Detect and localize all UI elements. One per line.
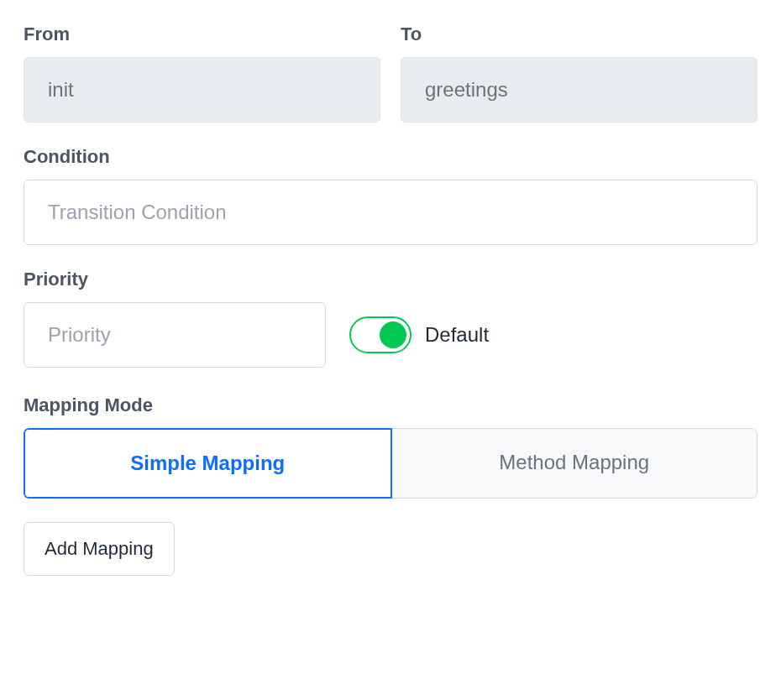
from-label: From bbox=[24, 24, 380, 45]
priority-input[interactable] bbox=[24, 302, 326, 368]
default-toggle-wrap: Default bbox=[349, 316, 489, 353]
from-input: init bbox=[24, 57, 380, 123]
priority-row: Default bbox=[24, 302, 757, 368]
default-toggle[interactable] bbox=[349, 316, 411, 353]
from-field: From init bbox=[24, 24, 380, 123]
condition-field: Condition bbox=[24, 146, 757, 245]
default-toggle-label: Default bbox=[425, 323, 489, 347]
tab-simple-mapping[interactable]: Simple Mapping bbox=[24, 428, 392, 499]
toggle-knob-icon bbox=[380, 321, 406, 348]
mapping-mode-tabs: Simple Mapping Method Mapping bbox=[24, 428, 757, 499]
from-to-row: From init To greetings bbox=[24, 24, 757, 123]
priority-section: Priority Default bbox=[24, 269, 757, 368]
mapping-mode-section: Mapping Mode Simple Mapping Method Mappi… bbox=[24, 394, 757, 499]
add-mapping-button[interactable]: Add Mapping bbox=[24, 522, 175, 576]
to-label: To bbox=[401, 24, 757, 45]
condition-input[interactable] bbox=[24, 180, 757, 245]
priority-label: Priority bbox=[24, 269, 757, 290]
to-input: greetings bbox=[401, 57, 757, 123]
condition-label: Condition bbox=[24, 146, 757, 168]
to-field: To greetings bbox=[401, 24, 757, 123]
mapping-mode-label: Mapping Mode bbox=[24, 394, 757, 416]
tab-method-mapping[interactable]: Method Mapping bbox=[392, 428, 758, 499]
